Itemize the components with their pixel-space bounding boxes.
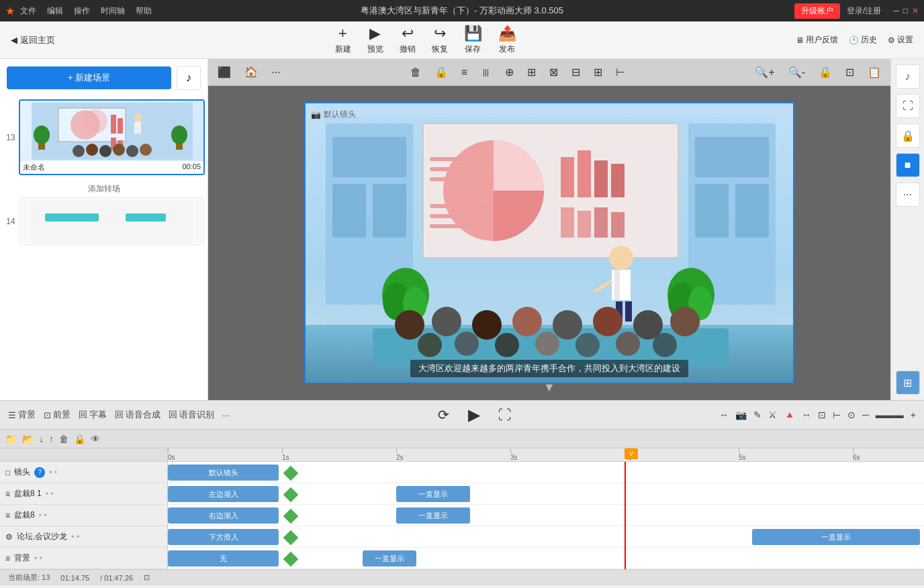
copy-button[interactable]: ⊡: [841, 64, 858, 80]
zoom-slider[interactable]: ▬▬▬: [876, 409, 904, 420]
add-transition-button[interactable]: 添加转场: [3, 181, 205, 197]
right-panel-fullscreen[interactable]: ⛶: [896, 94, 920, 118]
bg-segment-none[interactable]: 无: [168, 550, 279, 567]
menu-timeline[interactable]: 时间轴: [101, 5, 125, 17]
upgrade-button[interactable]: 升级账户: [794, 3, 840, 19]
right-panel-lock[interactable]: 🔒: [896, 124, 920, 148]
canvas-frame[interactable]: 📷 默认镜头: [304, 102, 794, 384]
play-button[interactable]: ▶: [464, 405, 484, 425]
zoom-out-button[interactable]: 🔍-: [784, 64, 809, 80]
marker-button[interactable]: 🔺: [784, 409, 795, 420]
menu-operate[interactable]: 操作: [74, 5, 90, 17]
preview-tool-lock[interactable]: 🔒: [430, 64, 452, 80]
bg-button[interactable]: ☰ 背景: [8, 409, 36, 421]
scene-card-13[interactable]: 未命名 00:05: [19, 99, 205, 175]
preview-tool-1[interactable]: ⬛: [214, 64, 235, 80]
preview-tool-9[interactable]: ⊞: [590, 64, 606, 80]
screenshot-button[interactable]: 📷: [735, 409, 747, 420]
forum-diamond[interactable]: [283, 530, 299, 546]
toolbar-publish[interactable]: 📤 发布: [498, 25, 516, 55]
ruler-5s: 5s: [739, 454, 746, 461]
close-button[interactable]: ✕: [912, 6, 919, 15]
zoom-in-button[interactable]: 🔍+: [751, 64, 778, 80]
subtitle-button[interactable]: 回 字幕: [79, 409, 107, 421]
music-button[interactable]: ♪: [177, 66, 201, 90]
toolbar-preview[interactable]: ▶ 预览: [367, 25, 383, 55]
tl-lock[interactable]: 🔒: [74, 434, 85, 444]
preview-tool-dist[interactable]: ⫼: [477, 65, 496, 80]
tl-visible[interactable]: 👁: [91, 434, 100, 444]
plant1-segment-always[interactable]: 一直显示: [396, 486, 470, 502]
playhead-flag[interactable]: V: [625, 448, 638, 459]
tl-close-folder[interactable]: 📂: [22, 434, 34, 444]
new-scene-button[interactable]: + 新建场景: [7, 66, 171, 89]
maximize-button[interactable]: □: [903, 6, 908, 15]
stt-button[interactable]: 回 语音识别: [169, 409, 214, 421]
plant1-segment-fade[interactable]: 左边渐入: [168, 486, 279, 502]
forum-segment-always[interactable]: 一直显示: [752, 529, 920, 545]
preview-tool-5[interactable]: ⊕: [501, 64, 518, 80]
rewind-button[interactable]: ⟳: [433, 405, 453, 425]
bg-segment-always[interactable]: 一直显示: [363, 550, 416, 567]
circle-button[interactable]: ⊙: [847, 409, 856, 420]
time-stretch-button[interactable]: ↔: [802, 409, 811, 420]
tl-down[interactable]: ↓: [39, 434, 44, 444]
bg-diamond[interactable]: [283, 552, 299, 567]
forum-segment-slide[interactable]: 下方滑入: [168, 529, 279, 545]
preview-tool-10[interactable]: ⊢: [612, 64, 629, 80]
more-button[interactable]: ···: [222, 410, 230, 420]
preview-tool-6[interactable]: ⊞: [523, 64, 540, 80]
right-panel-panel[interactable]: ■: [896, 153, 920, 177]
loop-button[interactable]: ↔: [719, 409, 729, 420]
tl-delete[interactable]: 🗑: [59, 434, 68, 444]
right-panel-bottom[interactable]: ⊞: [896, 371, 920, 395]
feedback-button[interactable]: 🖥 用户反馈: [796, 34, 838, 46]
plus-button[interactable]: +: [911, 409, 916, 420]
tts-button[interactable]: 回 语音合成: [115, 409, 160, 421]
plant2-segment-always[interactable]: 一直显示: [396, 507, 470, 524]
lock-button[interactable]: 🔒: [815, 64, 836, 80]
align-button[interactable]: ⊢: [833, 409, 841, 420]
crop-button[interactable]: ⊡: [818, 409, 826, 420]
preview-tool-2[interactable]: 🏠: [240, 64, 262, 80]
login-button[interactable]: 登录/注册: [847, 5, 881, 17]
plant2-diamond[interactable]: [283, 509, 299, 524]
menu-help[interactable]: 帮助: [136, 5, 152, 17]
copy-scene-icon[interactable]: ⊡: [144, 573, 150, 582]
toolbar-undo[interactable]: ↩ 撤销: [400, 25, 416, 55]
history-button[interactable]: 🕐 历史: [849, 34, 877, 46]
minimize-button[interactable]: ─: [893, 6, 899, 15]
plant1-track-dots: • •: [46, 489, 54, 499]
toolbar-new[interactable]: + 新建: [335, 25, 351, 55]
toolbar-redo[interactable]: ↪ 恢复: [432, 25, 448, 55]
tl-open-folder[interactable]: 📁: [5, 434, 17, 444]
preview-tool-align[interactable]: ≡: [457, 65, 471, 80]
fullscreen-play-button[interactable]: ⛶: [495, 405, 515, 425]
preview-tool-7[interactable]: ⊠: [545, 64, 562, 80]
toolbar-save[interactable]: 💾 保存: [464, 25, 482, 55]
menu-bar[interactable]: 文件 编辑 操作 时间轴 帮助: [20, 5, 152, 17]
preview-tool-8[interactable]: ⊟: [567, 64, 584, 80]
fg-button[interactable]: ⊡ 前景: [44, 409, 71, 421]
svg-rect-36: [578, 150, 591, 197]
right-panel-music[interactable]: ♪: [896, 64, 920, 89]
right-panel-more[interactable]: ···: [896, 183, 920, 207]
minus-button[interactable]: ─: [862, 409, 869, 420]
paste-button[interactable]: 📋: [864, 64, 885, 80]
preview-tool-3[interactable]: ···: [267, 65, 284, 80]
menu-edit[interactable]: 编辑: [47, 5, 63, 17]
split-button[interactable]: ⚔: [768, 409, 777, 420]
plant1-diamond[interactable]: [283, 487, 299, 503]
settings-button[interactable]: ⚙ 设置: [888, 34, 913, 46]
back-button[interactable]: ◀ 返回主页: [11, 34, 55, 46]
menu-file[interactable]: 文件: [20, 5, 36, 17]
plant2-segment-fade[interactable]: 右边渐入: [168, 507, 279, 524]
camera-diamond[interactable]: [283, 466, 299, 481]
camera-track-help[interactable]: ?: [34, 467, 45, 478]
tl-up[interactable]: ↑: [49, 434, 54, 444]
camera-segment-default[interactable]: 默认镜头: [168, 464, 279, 481]
preview-tool-delete[interactable]: 🗑: [406, 65, 425, 80]
canvas-nav-arrow[interactable]: ▼: [543, 381, 555, 395]
edit-button[interactable]: ✎: [753, 409, 761, 420]
scene-card-14[interactable]: [19, 197, 205, 246]
